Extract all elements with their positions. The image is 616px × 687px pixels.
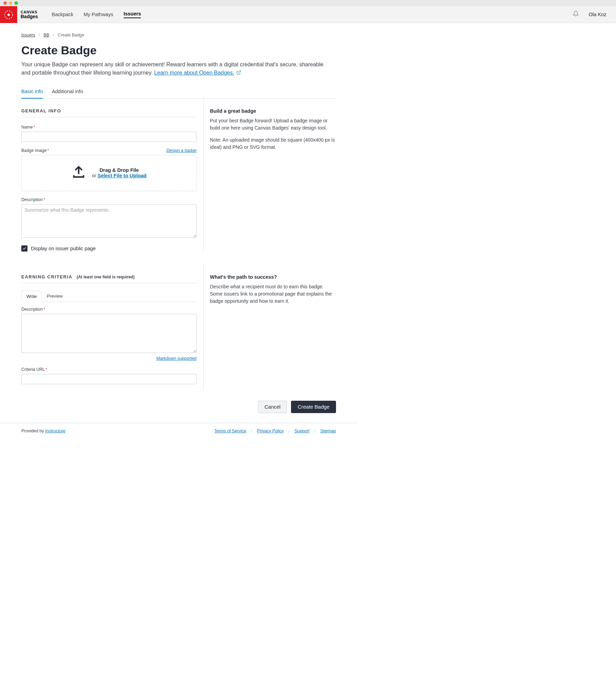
window-minimize-icon[interactable] xyxy=(9,1,12,5)
instructure-link[interactable]: Instructure xyxy=(45,429,65,433)
svg-point-1 xyxy=(8,13,10,16)
dropzone-title: Drag & Drop File xyxy=(100,167,139,173)
breadcrumb-current: Create Badge xyxy=(58,33,84,37)
select-file-link[interactable]: Select File to Upload xyxy=(98,173,147,178)
external-link-icon xyxy=(236,69,241,77)
footer-provided: Provided by Instructure xyxy=(21,429,66,433)
section-earning-note: (At least one field is required) xyxy=(77,275,135,279)
footer-sitemap-link[interactable]: Sitemap xyxy=(320,429,336,433)
breadcrumb-issuers[interactable]: Issuers xyxy=(21,33,35,37)
tab-basic-info[interactable]: Basic info xyxy=(21,85,43,99)
cancel-button[interactable]: Cancel xyxy=(258,401,287,413)
image-dropzone[interactable]: Drag & Drop File or Select File to Uploa… xyxy=(21,155,197,191)
form-actions: Cancel Create Badge xyxy=(21,394,336,423)
breadcrumb: Issuers / BB / Create Badge xyxy=(21,33,336,37)
footer-support-link[interactable]: Support xyxy=(294,429,310,433)
dropzone-or: or xyxy=(92,173,98,178)
aside-general-heading: Build a great badge xyxy=(210,108,336,114)
criteria-description-textarea[interactable] xyxy=(21,314,197,353)
aside-earning-heading: What's the path to success? xyxy=(210,274,336,280)
window-chrome xyxy=(0,0,616,6)
section-earning-heading: EARNING CRITERIA xyxy=(21,274,72,279)
upload-icon xyxy=(71,165,86,181)
tab-additional-info[interactable]: Additional info xyxy=(52,85,83,98)
divider xyxy=(21,117,197,117)
aside-general-p2: Note: An uploaded image should be square… xyxy=(210,136,336,151)
window-close-icon[interactable] xyxy=(3,1,7,5)
nav-pathways[interactable]: My Pathways xyxy=(83,12,113,17)
description-label: Description* xyxy=(21,197,197,202)
design-badge-link[interactable]: Design a badge xyxy=(166,148,197,153)
page-title: Create Badge xyxy=(21,44,336,57)
aside-general-p1: Put your best Badge forward! Upload a ba… xyxy=(210,117,336,132)
display-public-checkbox[interactable] xyxy=(21,245,27,252)
global-nav: CANVAS Badges Backpack My Pathways Issue… xyxy=(0,6,616,23)
name-label: Name* xyxy=(21,125,197,130)
footer-privacy-link[interactable]: Privacy Policy xyxy=(257,429,284,433)
footer-terms-link[interactable]: Terms of Service xyxy=(214,429,246,433)
breadcrumb-bb[interactable]: BB xyxy=(44,33,49,37)
nav-right: Ola Koz xyxy=(573,6,616,23)
nav-backpack[interactable]: Backpack xyxy=(52,12,74,17)
criteria-description-label: Description* xyxy=(21,307,197,312)
brand-text: CANVAS Badges xyxy=(17,6,42,23)
subtab-preview[interactable]: Preview xyxy=(42,291,67,302)
learn-more-link[interactable]: Learn more about Open Badges. xyxy=(154,70,234,76)
notifications-icon[interactable] xyxy=(573,11,579,18)
nav-issuers[interactable]: Issuers xyxy=(124,11,141,18)
create-badge-button[interactable]: Create Badge xyxy=(291,401,336,413)
criteria-subtabs: Write Preview xyxy=(21,291,197,302)
criteria-url-label: Criteria URL* xyxy=(21,367,197,372)
page-subtitle: Your unique Badge can represent any skil… xyxy=(21,60,324,77)
user-menu[interactable]: Ola Koz xyxy=(589,12,606,17)
brand-line1: CANVAS xyxy=(21,10,38,14)
criteria-url-input[interactable] xyxy=(21,374,197,384)
description-textarea[interactable] xyxy=(21,204,197,238)
section-general-heading: GENERAL INFO xyxy=(21,108,197,113)
form-tabs: Basic info Additional info xyxy=(21,85,336,99)
window-zoom-icon[interactable] xyxy=(14,1,18,5)
dropzone-text: Drag & Drop File or Select File to Uploa… xyxy=(92,167,147,178)
markdown-supported-link[interactable]: Markdown supported xyxy=(156,356,197,361)
brand-logo-icon[interactable] xyxy=(0,6,17,23)
badge-image-label: Badge image* xyxy=(21,148,49,153)
display-public-label: Display on issuer public page xyxy=(31,246,96,251)
divider xyxy=(21,283,197,283)
aside-earning-p1: Describe what a recipient must do to ear… xyxy=(210,283,336,305)
footer: Provided by Instructure Terms of Service… xyxy=(0,423,357,444)
subtab-write[interactable]: Write xyxy=(21,291,42,302)
primary-nav: Backpack My Pathways Issuers xyxy=(42,6,141,23)
name-input[interactable] xyxy=(21,132,197,142)
brand-line2: Badges xyxy=(21,14,38,19)
